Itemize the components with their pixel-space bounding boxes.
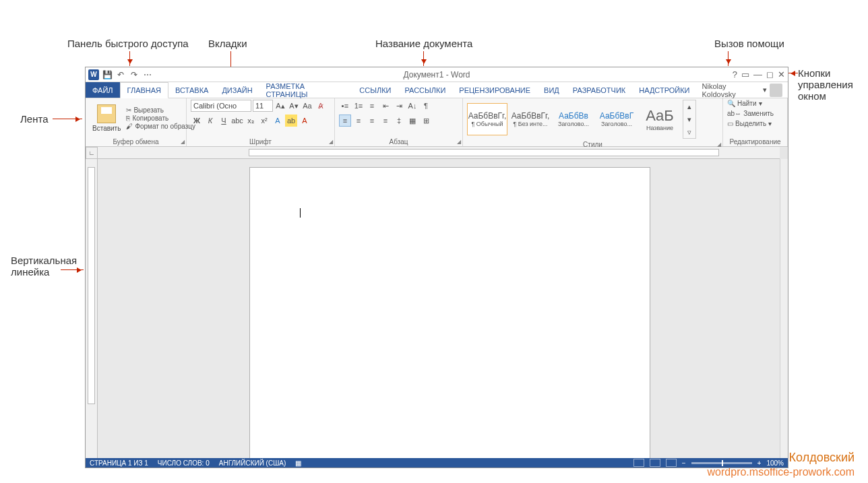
style-heading1[interactable]: АаБбВвЗаголово... bbox=[553, 103, 594, 135]
styles-more-button[interactable]: ▿ bbox=[683, 126, 695, 138]
multilevel-button[interactable]: ≡ bbox=[366, 100, 378, 112]
shrink-font-button[interactable]: A▾ bbox=[288, 100, 300, 112]
view-web-button[interactable] bbox=[666, 459, 677, 467]
zoom-in-button[interactable]: + bbox=[757, 459, 762, 467]
superscript-button[interactable]: x² bbox=[258, 115, 270, 127]
text-effects-button[interactable]: A bbox=[272, 115, 284, 127]
format-painter-button[interactable]: 🖌 Формат по образцу bbox=[126, 123, 195, 130]
sort-button[interactable]: A↓ bbox=[406, 100, 418, 112]
highlight-button[interactable]: ab bbox=[285, 115, 297, 127]
ruler-corner[interactable]: ∟ bbox=[86, 147, 98, 159]
grow-font-button[interactable]: A▴ bbox=[274, 100, 286, 112]
arrow bbox=[728, 51, 728, 66]
tab-design[interactable]: ДИЗАЙН bbox=[215, 82, 259, 98]
cut-button[interactable]: ✂ Вырезать bbox=[126, 106, 195, 114]
status-lang[interactable]: АНГЛИЙСКИЙ (США) bbox=[219, 459, 286, 467]
inc-indent-button[interactable]: ⇥ bbox=[393, 100, 405, 112]
zoom-level[interactable]: 100% bbox=[766, 459, 784, 467]
vertical-scrollbar[interactable] bbox=[780, 159, 788, 458]
callout-vruler: Вертикальная линейка bbox=[11, 255, 71, 278]
view-print-button[interactable] bbox=[650, 459, 660, 467]
callout-qat: Панель быстрого доступа bbox=[67, 38, 189, 49]
tab-references[interactable]: ССЫЛКИ bbox=[352, 82, 398, 98]
bullets-button[interactable]: ▪≡ bbox=[339, 100, 351, 112]
align-left-button[interactable]: ≡ bbox=[339, 115, 351, 127]
qat-customize-button[interactable]: ⋯ bbox=[142, 69, 153, 80]
bold-button[interactable]: Ж bbox=[191, 115, 203, 127]
zoom-slider[interactable] bbox=[691, 462, 752, 464]
style-normal[interactable]: АаБбВвГг,¶ Обычный bbox=[467, 103, 507, 135]
subscript-button[interactable]: x₂ bbox=[245, 115, 257, 127]
tab-insert[interactable]: ВСТАВКА bbox=[168, 82, 215, 98]
group-editing: 🔍 Найти ▾ ab↔ Заменить ▭ Выделить ▾ Реда… bbox=[723, 98, 788, 146]
show-marks-button[interactable]: ¶ bbox=[420, 100, 432, 112]
change-case-button[interactable]: Aa bbox=[301, 100, 313, 112]
status-macro-icon[interactable]: ▦ bbox=[295, 459, 301, 467]
tab-developer[interactable]: РАЗРАБОТЧИК bbox=[566, 82, 632, 98]
arrow bbox=[61, 269, 84, 270]
style-title[interactable]: АаБНазвание bbox=[640, 103, 680, 135]
select-button[interactable]: ▭ Выделить ▾ bbox=[727, 120, 772, 127]
underline-button[interactable]: Ч bbox=[218, 115, 230, 127]
status-page[interactable]: СТРАНИЦА 1 ИЗ 1 bbox=[90, 459, 148, 467]
font-color-button[interactable]: A bbox=[299, 115, 311, 127]
style-heading2[interactable]: АаБбВвГЗаголово... bbox=[596, 103, 637, 135]
horizontal-ruler[interactable] bbox=[98, 147, 780, 159]
redo-button[interactable]: ↷ bbox=[129, 69, 140, 80]
font-launcher[interactable]: ◢ bbox=[329, 139, 333, 145]
user-account[interactable]: Nikolay Koldovsky▾ bbox=[697, 82, 788, 98]
tab-view[interactable]: ВИД bbox=[537, 82, 566, 98]
italic-button[interactable]: К bbox=[204, 115, 216, 127]
tab-mailings[interactable]: РАССЫЛКИ bbox=[398, 82, 452, 98]
paragraph-launcher[interactable]: ◢ bbox=[457, 139, 461, 145]
copy-button[interactable]: ⎘ Копировать bbox=[126, 115, 195, 122]
font-name-combo[interactable]: Calibri (Осно bbox=[191, 100, 251, 112]
tab-file[interactable]: ФАЙЛ bbox=[86, 82, 120, 98]
tab-addins[interactable]: НАДСТРОЙКИ bbox=[632, 82, 696, 98]
status-words[interactable]: ЧИСЛО СЛОВ: 0 bbox=[158, 459, 210, 467]
arrow bbox=[788, 73, 798, 73]
window-controls: ? ▭ — ◻ ✕ bbox=[733, 69, 785, 79]
tab-home[interactable]: ГЛАВНАЯ bbox=[120, 82, 168, 98]
font-size-combo[interactable]: 11 bbox=[253, 100, 273, 112]
view-read-button[interactable] bbox=[633, 459, 644, 467]
status-bar: СТРАНИЦА 1 ИЗ 1 ЧИСЛО СЛОВ: 0 АНГЛИЙСКИЙ… bbox=[86, 458, 788, 468]
arrow bbox=[423, 51, 424, 66]
document-area[interactable] bbox=[98, 159, 780, 458]
shading-button[interactable]: ▦ bbox=[406, 115, 418, 127]
clipboard-launcher[interactable]: ◢ bbox=[181, 139, 185, 145]
replace-button[interactable]: ab↔ Заменить bbox=[727, 110, 774, 117]
numbering-button[interactable]: 1≡ bbox=[352, 100, 365, 112]
tab-review[interactable]: РЕЦЕНЗИРОВАНИЕ bbox=[452, 82, 537, 98]
quick-access-toolbar: W 💾 ↶ ↷ ⋯ Документ1 - Word ? ▭ — ◻ ✕ bbox=[86, 67, 788, 82]
line-spacing-button[interactable]: ‡ bbox=[393, 115, 405, 127]
styles-down-button[interactable]: ▾ bbox=[683, 113, 695, 125]
align-center-button[interactable]: ≡ bbox=[352, 115, 365, 127]
style-nospacing[interactable]: АаБбВвГг,¶ Без инте... bbox=[510, 103, 551, 135]
align-right-button[interactable]: ≡ bbox=[366, 115, 378, 127]
close-button[interactable]: ✕ bbox=[778, 69, 785, 79]
minimize-button[interactable]: — bbox=[753, 69, 762, 79]
document-page[interactable] bbox=[249, 167, 650, 458]
arrow bbox=[129, 51, 130, 66]
save-button[interactable]: 💾 bbox=[102, 69, 113, 80]
arrow bbox=[53, 119, 82, 119]
help-button[interactable]: ? bbox=[733, 69, 737, 79]
word-window: W 💾 ↶ ↷ ⋯ Документ1 - Word ? ▭ — ◻ ✕ ФАЙ… bbox=[85, 67, 788, 468]
styles-up-button[interactable]: ▴ bbox=[683, 100, 695, 112]
find-button[interactable]: 🔍 Найти ▾ bbox=[727, 100, 762, 107]
group-font: Calibri (Осно 11 A▴ A▾ Aa A̷ Ж К Ч abc x… bbox=[187, 98, 335, 146]
maximize-button[interactable]: ◻ bbox=[766, 69, 774, 79]
ribbon-display-button[interactable]: ▭ bbox=[741, 69, 749, 79]
borders-button[interactable]: ⊞ bbox=[420, 115, 432, 127]
strike-button[interactable]: abc bbox=[231, 115, 243, 127]
undo-button[interactable]: ↶ bbox=[115, 69, 126, 80]
tab-layout[interactable]: РАЗМЕТКА СТРАНИЦЫ bbox=[259, 82, 353, 98]
callout-title: Название документа bbox=[375, 38, 472, 49]
dec-indent-button[interactable]: ⇤ bbox=[379, 100, 392, 112]
paste-button[interactable]: Вставить bbox=[90, 103, 123, 133]
vertical-ruler[interactable] bbox=[86, 159, 98, 458]
clear-format-button[interactable]: A̷ bbox=[315, 100, 327, 112]
justify-button[interactable]: ≡ bbox=[379, 115, 392, 127]
zoom-out-button[interactable]: − bbox=[682, 459, 686, 467]
